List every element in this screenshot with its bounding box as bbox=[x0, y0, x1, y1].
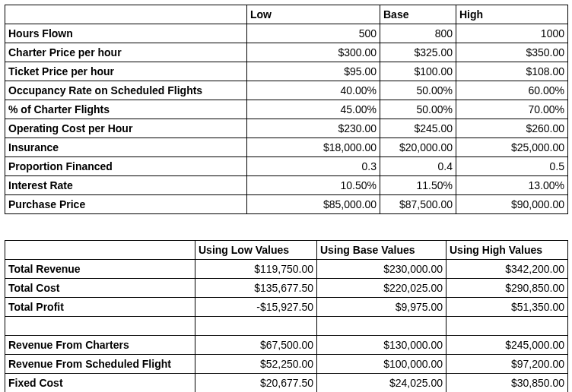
cell-base: $130,000.00 bbox=[317, 336, 446, 355]
table-row: Revenue From Scheduled Flight$52,250.00$… bbox=[5, 355, 568, 374]
cell-high: 60.00% bbox=[456, 81, 568, 100]
row-label: Fixed Cost bbox=[5, 374, 195, 393]
cell-high: $350.00 bbox=[456, 43, 568, 62]
row-label: Revenue From Charters bbox=[5, 336, 195, 355]
cell-low: $85,000.00 bbox=[247, 195, 380, 214]
row-label bbox=[5, 317, 195, 336]
inputs-table: Low Base High Hours Flown5008001000 Char… bbox=[5, 5, 568, 214]
row-label: Ticket Price per hour bbox=[5, 62, 247, 81]
table-row: Fixed Cost$20,677.50$24,025.00$30,850.00 bbox=[5, 374, 568, 393]
table-spacer bbox=[5, 214, 567, 240]
cell-base: $100,000.00 bbox=[317, 355, 446, 374]
cell-low: $20,677.50 bbox=[195, 374, 317, 393]
cell-base: $9,975.00 bbox=[317, 298, 446, 317]
cell-base: 50.00% bbox=[380, 81, 456, 100]
cell-high: 1000 bbox=[456, 24, 568, 43]
cell-base: 0.4 bbox=[380, 157, 456, 176]
table-row: Insurance$18,000.00$20,000.00$25,000.00 bbox=[5, 138, 568, 157]
table-row: Total Profit-$15,927.50$9,975.00$51,350.… bbox=[5, 298, 568, 317]
row-label: Proportion Financed bbox=[5, 157, 247, 176]
cell-high: $245,000.00 bbox=[446, 336, 568, 355]
cell-low: 45.00% bbox=[247, 100, 380, 119]
table-row: Proportion Financed0.30.40.5 bbox=[5, 157, 568, 176]
cell-high: $290,850.00 bbox=[446, 279, 568, 298]
header-low: Using Low Values bbox=[195, 241, 317, 260]
row-label: Hours Flown bbox=[5, 24, 247, 43]
cell-base: $230,000.00 bbox=[317, 260, 446, 279]
cell-base bbox=[317, 317, 446, 336]
cell-high: $90,000.00 bbox=[456, 195, 568, 214]
cell-low: $95.00 bbox=[247, 62, 380, 81]
cell-high: 70.00% bbox=[456, 100, 568, 119]
cell-low: -$15,927.50 bbox=[195, 298, 317, 317]
cell-low: $119,750.00 bbox=[195, 260, 317, 279]
cell-low: 10.50% bbox=[247, 176, 380, 195]
cell-low: 0.3 bbox=[247, 157, 380, 176]
row-label: Revenue From Scheduled Flight bbox=[5, 355, 195, 374]
header-base: Base bbox=[380, 5, 456, 24]
cell-base: 50.00% bbox=[380, 100, 456, 119]
cell-high: $97,200.00 bbox=[446, 355, 568, 374]
cell-high: $108.00 bbox=[456, 62, 568, 81]
cell-base: $220,025.00 bbox=[317, 279, 446, 298]
results-table: Using Low Values Using Base Values Using… bbox=[5, 240, 568, 392]
header-high: Using High Values bbox=[446, 241, 568, 260]
row-label: Interest Rate bbox=[5, 176, 247, 195]
cell-low: 40.00% bbox=[247, 81, 380, 100]
cell-high: $342,200.00 bbox=[446, 260, 568, 279]
row-label: Operating Cost per Hour bbox=[5, 119, 247, 138]
table-header-row: Using Low Values Using Base Values Using… bbox=[5, 241, 568, 260]
cell-high: $51,350.00 bbox=[446, 298, 568, 317]
table-row: Occupancy Rate on Scheduled Flights40.00… bbox=[5, 81, 568, 100]
row-label: Insurance bbox=[5, 138, 247, 157]
cell-base: $325.00 bbox=[380, 43, 456, 62]
cell-high: $25,000.00 bbox=[456, 138, 568, 157]
table-row: Purchase Price$85,000.00$87,500.00$90,00… bbox=[5, 195, 568, 214]
cell-low: $230.00 bbox=[247, 119, 380, 138]
table-row bbox=[5, 317, 568, 336]
table-row: Interest Rate10.50%11.50%13.00% bbox=[5, 176, 568, 195]
cell-base: $20,000.00 bbox=[380, 138, 456, 157]
header-low: Low bbox=[247, 5, 380, 24]
table-row: % of Charter Flights45.00%50.00%70.00% bbox=[5, 100, 568, 119]
cell-high: $260.00 bbox=[456, 119, 568, 138]
cell-low: $300.00 bbox=[247, 43, 380, 62]
table-header-row: Low Base High bbox=[5, 5, 568, 24]
row-label: Total Profit bbox=[5, 298, 195, 317]
table-row: Hours Flown5008001000 bbox=[5, 24, 568, 43]
cell-low: $18,000.00 bbox=[247, 138, 380, 157]
row-label: Total Revenue bbox=[5, 260, 195, 279]
cell-high: 13.00% bbox=[456, 176, 568, 195]
cell-base: $100.00 bbox=[380, 62, 456, 81]
cell-base: $245.00 bbox=[380, 119, 456, 138]
cell-low: $135,677.50 bbox=[195, 279, 317, 298]
cell-high bbox=[446, 317, 568, 336]
header-high: High bbox=[456, 5, 568, 24]
row-label: Total Cost bbox=[5, 279, 195, 298]
cell-base: $87,500.00 bbox=[380, 195, 456, 214]
cell-base: 800 bbox=[380, 24, 456, 43]
table-row: Ticket Price per hour$95.00$100.00$108.0… bbox=[5, 62, 568, 81]
table-row: Charter Price per hour$300.00$325.00$350… bbox=[5, 43, 568, 62]
row-label: % of Charter Flights bbox=[5, 100, 247, 119]
cell-low: 500 bbox=[247, 24, 380, 43]
row-label: Occupancy Rate on Scheduled Flights bbox=[5, 81, 247, 100]
cell-low bbox=[195, 317, 317, 336]
table-row: Total Revenue$119,750.00$230,000.00$342,… bbox=[5, 260, 568, 279]
table-row: Operating Cost per Hour$230.00$245.00$26… bbox=[5, 119, 568, 138]
table-row: Total Cost$135,677.50$220,025.00$290,850… bbox=[5, 279, 568, 298]
cell-high: 0.5 bbox=[456, 157, 568, 176]
table-row: Revenue From Charters$67,500.00$130,000.… bbox=[5, 336, 568, 355]
cell-base: 11.50% bbox=[380, 176, 456, 195]
cell-low: $52,250.00 bbox=[195, 355, 317, 374]
row-label: Purchase Price bbox=[5, 195, 247, 214]
header-blank bbox=[5, 5, 247, 24]
row-label: Charter Price per hour bbox=[5, 43, 247, 62]
header-base: Using Base Values bbox=[317, 241, 446, 260]
cell-low: $67,500.00 bbox=[195, 336, 317, 355]
cell-base: $24,025.00 bbox=[317, 374, 446, 393]
cell-high: $30,850.00 bbox=[446, 374, 568, 393]
header-blank bbox=[5, 241, 195, 260]
